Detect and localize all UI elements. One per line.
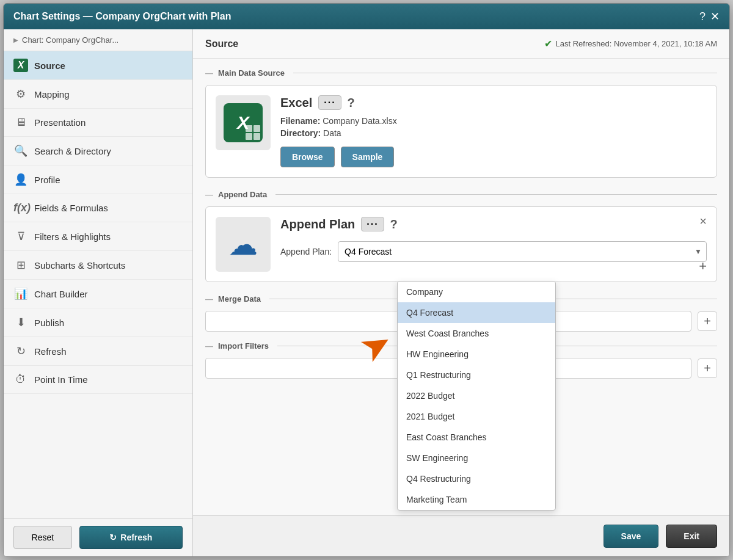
- append-title-row: Append Plan ··· ?: [280, 217, 707, 231]
- sidebar-breadcrumb[interactable]: ▶ Chart: Company OrgChar...: [4, 29, 192, 51]
- sidebar-item-source[interactable]: X Source: [4, 51, 192, 80]
- append-dots-button[interactable]: ···: [361, 217, 384, 231]
- append-plan-row: Append Plan: - Company Q4 Forecast West …: [280, 241, 707, 262]
- main-data-source-section: Main Data Source X: [205, 68, 717, 178]
- filename-value: Company Data.xlsx: [323, 116, 396, 126]
- sidebar-label-refresh: Refresh: [34, 346, 67, 357]
- sidebar-item-profile[interactable]: 👤 Profile: [4, 165, 192, 194]
- sidebar-label-publish: Publish: [34, 318, 64, 328]
- excel-logo: X: [224, 103, 263, 142]
- content-header: Source ✔ Last Refreshed: November 4, 202…: [193, 29, 729, 59]
- dropdown-option-2022-budget[interactable]: 2022 Budget: [398, 385, 555, 406]
- excel-card: X Excel: [205, 85, 717, 178]
- filter-icon: ⊽: [13, 230, 28, 243]
- main-data-source-label: Main Data Source: [205, 68, 717, 78]
- append-help-button[interactable]: ?: [390, 217, 398, 231]
- sidebar-footer: Reset ↻ Refresh: [4, 518, 192, 556]
- dropdown-option-sw-engineering[interactable]: SW Engineering: [398, 448, 555, 468]
- append-plan-label: Append Plan:: [280, 247, 332, 256]
- dropdown-option-company[interactable]: Company: [398, 282, 555, 302]
- excel-icon-box: X: [216, 95, 271, 150]
- profile-icon: 👤: [13, 173, 28, 186]
- cloud-icon-box: ☁: [216, 217, 271, 272]
- dropdown-option-marketing-team[interactable]: Marketing Team: [398, 489, 555, 510]
- presentation-icon: 🖥: [13, 116, 28, 129]
- directory-value: Data: [323, 128, 341, 138]
- clock-icon: ⏱: [13, 373, 28, 386]
- sidebar-item-filters[interactable]: ⊽ Filters & Highlights: [4, 222, 192, 251]
- dropdown-option-east-coast[interactable]: East Coast Branches: [398, 427, 555, 448]
- excel-card-info: Excel ··· ? Filename: Company Data.xlsx …: [280, 95, 707, 167]
- mapping-icon: ⚙: [13, 87, 28, 101]
- sidebar-item-point-in-time[interactable]: ⏱ Point In Time: [4, 366, 192, 394]
- excel-directory: Directory: Data: [280, 128, 707, 138]
- content-title: Source: [205, 38, 238, 49]
- append-data-label: Append Data: [205, 190, 717, 199]
- sidebar-item-publish[interactable]: ⬇ Publish: [4, 308, 192, 337]
- footer-buttons: Save Exit: [193, 515, 729, 556]
- dropdown-option-q4-forecast[interactable]: Q4 Forecast: [398, 302, 555, 323]
- append-close-button[interactable]: ×: [699, 214, 707, 228]
- dropdown-option-2021-budget[interactable]: 2021 Budget: [398, 406, 555, 427]
- dialog: Chart Settings — Company OrgChart with P…: [3, 3, 730, 557]
- merge-plus-button[interactable]: +: [698, 311, 717, 331]
- append-info: Append Plan ··· ? Append Plan: - Company: [280, 217, 707, 262]
- sidebar-label-point-in-time: Point In Time: [34, 374, 88, 385]
- last-refreshed-text: Last Refreshed: November 4, 2021, 10:18 …: [556, 39, 718, 48]
- dropdown-option-west-coast[interactable]: West Coast Branches: [398, 323, 555, 344]
- cloud-icon: ☁: [228, 227, 258, 261]
- refresh-icon: ↻: [13, 344, 28, 358]
- main-area: ▶ Chart: Company OrgChar... X Source ⚙ M…: [4, 29, 729, 556]
- content-area: Source ✔ Last Refreshed: November 4, 202…: [193, 29, 729, 556]
- dropdown-option-q4-restructuring[interactable]: Q4 Restructuring: [398, 468, 555, 489]
- sidebar-item-chart-builder[interactable]: 📊 Chart Builder: [4, 280, 192, 308]
- excel-x-letter: X: [237, 112, 249, 133]
- sidebar-label-filters: Filters & Highlights: [34, 231, 111, 242]
- excel-filename: Filename: Company Data.xlsx: [280, 116, 707, 126]
- dropdown-option-q1-restructuring[interactable]: Q1 Restructuring: [398, 365, 555, 385]
- exit-button[interactable]: Exit: [666, 525, 717, 548]
- sidebar: ▶ Chart: Company OrgChar... X Source ⚙ M…: [4, 29, 193, 556]
- import-plus-button[interactable]: +: [698, 358, 717, 378]
- publish-icon: ⬇: [13, 316, 28, 329]
- sidebar-item-fields[interactable]: f(x) Fields & Formulas: [4, 194, 192, 222]
- save-button[interactable]: Save: [604, 525, 659, 548]
- title-actions: ? ✕: [699, 10, 720, 23]
- chart-builder-icon: 📊: [13, 287, 28, 300]
- sample-button[interactable]: Sample: [341, 147, 395, 167]
- title-bar: Chart Settings — Company OrgChart with P…: [4, 4, 729, 29]
- sidebar-label-fields: Fields & Formulas: [34, 203, 108, 213]
- close-icon[interactable]: ✕: [710, 10, 720, 23]
- check-icon: ✔: [544, 38, 552, 49]
- excel-card-buttons: Browse Sample: [280, 147, 707, 167]
- formula-icon: f(x): [13, 202, 28, 214]
- refresh-btn-label: Refresh: [120, 533, 152, 542]
- reset-button[interactable]: Reset: [13, 526, 72, 549]
- breadcrumb-label: Chart: Company OrgChar...: [22, 35, 119, 45]
- help-icon[interactable]: ?: [699, 10, 706, 23]
- last-refreshed: ✔ Last Refreshed: November 4, 2021, 10:1…: [544, 38, 718, 49]
- dropdown-option-hw-engineering[interactable]: HW Engineering: [398, 344, 555, 365]
- append-plus-button[interactable]: +: [699, 258, 707, 274]
- excel-help-button[interactable]: ?: [348, 96, 355, 110]
- grid-cell-3: [246, 133, 252, 140]
- sidebar-label-chart-builder: Chart Builder: [34, 289, 88, 299]
- sidebar-item-presentation[interactable]: 🖥 Presentation: [4, 109, 192, 137]
- refresh-button[interactable]: ↻ Refresh: [79, 526, 183, 549]
- sidebar-item-mapping[interactable]: ⚙ Mapping: [4, 80, 192, 109]
- sidebar-label-subcharts: Subcharts & Shortcuts: [34, 260, 125, 271]
- directory-label: Directory:: [280, 128, 321, 138]
- grid-cell-2: [253, 125, 260, 132]
- search-icon: 🔍: [13, 144, 28, 158]
- sidebar-label-mapping: Mapping: [34, 89, 70, 100]
- excel-dots-button[interactable]: ···: [318, 95, 341, 110]
- excel-title-row: Excel ··· ?: [280, 95, 707, 110]
- sidebar-item-refresh[interactable]: ↻ Refresh: [4, 337, 192, 366]
- browse-button[interactable]: Browse: [280, 147, 335, 167]
- content-body: Main Data Source X: [193, 59, 729, 515]
- append-plan-select[interactable]: - Company Q4 Forecast West Coast Branche…: [338, 241, 707, 262]
- sidebar-item-search-directory[interactable]: 🔍 Search & Directory: [4, 137, 192, 165]
- sidebar-item-subcharts[interactable]: ⊞ Subcharts & Shortcuts: [4, 251, 192, 280]
- append-data-section: Append Data ☁ Append Plan ··· ?: [205, 190, 717, 282]
- append-card: ☁ Append Plan ··· ? Append Plan:: [205, 206, 717, 282]
